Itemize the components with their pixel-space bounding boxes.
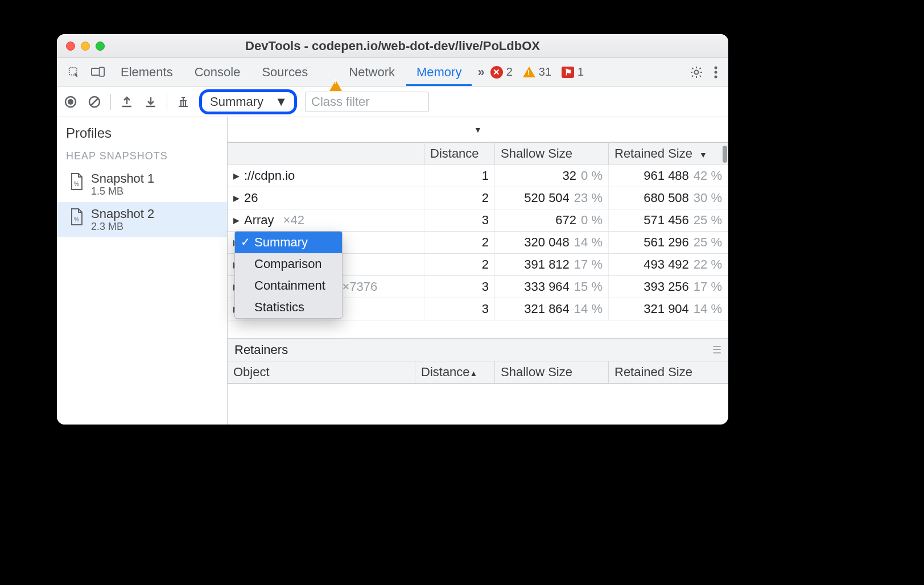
view-mode-dropdown[interactable]: Summary ▼ <box>199 89 297 114</box>
svg-point-6 <box>715 75 717 78</box>
disclosure-triangle-icon[interactable]: ▶ <box>233 171 240 180</box>
view-option-summary[interactable]: Summary <box>235 232 342 253</box>
warning-badge-icon: ! <box>523 67 535 77</box>
retainers-empty-area <box>228 384 728 425</box>
shallow-size-cell: 333 96415 % <box>495 276 609 298</box>
svg-text:%: % <box>74 181 79 187</box>
heap-row[interactable]: ▶Array×4236720 %571 45625 % <box>228 209 728 232</box>
collect-garbage-button[interactable] <box>175 94 191 110</box>
svg-rect-2 <box>100 67 105 76</box>
sort-desc-icon: ▼ <box>699 150 707 159</box>
shallow-size-cell: 520 50423 % <box>495 187 609 209</box>
filter-dropdown-caret-icon: ▼ <box>474 125 482 134</box>
status-counters[interactable]: ✕ 2 ! 31 ⚑ 1 <box>490 65 584 79</box>
tab-network[interactable]: ! Network <box>319 58 405 86</box>
load-profile-button[interactable] <box>119 94 135 110</box>
retainers-menu-icon[interactable]: ☰ <box>712 344 721 356</box>
view-option-comparison[interactable]: Comparison <box>235 253 342 275</box>
view-mode-menu: Summary Comparison Containment Statistic… <box>234 231 343 319</box>
snapshot-item[interactable]: % Snapshot 1 1.5 MB <box>57 167 227 202</box>
svg-point-3 <box>695 70 699 74</box>
constructor-name: ://cdpn.io <box>244 168 295 183</box>
col-distance[interactable]: Distance <box>424 143 495 165</box>
col-retained-size[interactable]: Retained Size <box>609 361 728 384</box>
shallow-size-cell: 321 86414 % <box>495 298 609 320</box>
svg-text:%: % <box>74 216 79 223</box>
view-option-statistics[interactable]: Statistics <box>235 296 342 318</box>
retained-size-cell: 961 48842 % <box>609 165 728 187</box>
snapshot-name: Snapshot 2 <box>91 207 154 221</box>
view-mode-label: Summary <box>210 94 263 109</box>
title-bar: DevTools - codepen.io/web-dot-dev/live/P… <box>57 34 728 58</box>
retainers-header-row: Object Distance▲ Shallow Size Retained S… <box>228 361 728 384</box>
divider <box>110 94 111 110</box>
col-shallow-size[interactable]: Shallow Size <box>495 361 609 384</box>
svg-line-10 <box>91 98 98 105</box>
snapshot-file-icon: % <box>69 208 84 227</box>
snapshot-name: Snapshot 1 <box>91 171 154 186</box>
chevron-down-icon: ▼ <box>275 94 287 109</box>
shallow-size-cell: 320 % <box>495 165 609 187</box>
disclosure-triangle-icon[interactable]: ▶ <box>233 193 240 203</box>
error-count: 2 <box>506 65 513 79</box>
issue-count: 1 <box>578 65 584 79</box>
retained-size-cell: 680 50830 % <box>609 187 728 209</box>
more-tabs-button[interactable]: » <box>477 65 484 80</box>
save-profile-button[interactable] <box>143 94 159 110</box>
distance-cell: 3 <box>424 276 495 298</box>
distance-cell: 1 <box>424 165 495 187</box>
snapshot-item[interactable]: % Snapshot 2 2.3 MB <box>57 202 227 237</box>
vertical-scrollbar[interactable] <box>723 146 727 163</box>
tab-memory[interactable]: Memory <box>406 58 472 86</box>
retainers-panel: Retainers ☰ Object Distance▲ Shallow Siz… <box>228 338 728 425</box>
tab-sources[interactable]: Sources <box>251 58 318 86</box>
col-object[interactable]: Object <box>228 361 415 384</box>
more-options-icon[interactable] <box>713 66 718 79</box>
object-filter-bar[interactable]: ▼ <box>228 117 728 142</box>
col-distance[interactable]: Distance▲ <box>415 361 495 384</box>
warning-triangle-icon: ! <box>329 59 342 88</box>
svg-point-4 <box>715 66 717 69</box>
tab-elements[interactable]: Elements <box>110 58 183 86</box>
retainers-title: Retainers <box>234 343 288 357</box>
profiles-title: Profiles <box>57 117 227 148</box>
disclosure-triangle-icon[interactable]: ▶ <box>233 216 240 225</box>
distance-cell: 2 <box>424 187 495 209</box>
shallow-size-cell: 320 04814 % <box>495 232 609 254</box>
divider <box>167 94 167 110</box>
error-badge-icon: ✕ <box>490 66 503 79</box>
constructor-name: Array <box>244 213 274 228</box>
instance-count: ×42 <box>283 213 304 228</box>
memory-toolbar: Summary ▼ <box>57 86 728 117</box>
snapshot-file-icon: % <box>69 172 84 192</box>
shallow-size-cell: 6720 % <box>495 209 609 232</box>
shallow-size-cell: 391 81217 % <box>495 254 609 276</box>
instance-count: ×7376 <box>343 279 378 294</box>
retained-size-cell: 321 90414 % <box>609 298 728 320</box>
memory-body: Profiles HEAP SNAPSHOTS % Snapshot 1 1.5… <box>57 117 728 425</box>
distance-cell: 2 <box>424 254 495 276</box>
snapshot-size: 2.3 MB <box>91 221 154 233</box>
device-mode-icon[interactable] <box>90 64 106 80</box>
profiles-sidebar: Profiles HEAP SNAPSHOTS % Snapshot 1 1.5… <box>57 117 228 425</box>
col-retained-label: Retained Size <box>614 146 692 160</box>
svg-point-5 <box>715 71 717 73</box>
tab-console[interactable]: Console <box>184 58 251 86</box>
col-shallow-size[interactable]: Shallow Size <box>495 143 609 165</box>
window-title: DevTools - codepen.io/web-dot-dev/live/P… <box>57 39 728 53</box>
view-option-containment[interactable]: Containment <box>235 275 342 296</box>
svg-point-8 <box>68 99 73 105</box>
clear-button[interactable] <box>86 94 102 110</box>
distance-cell: 3 <box>424 298 495 320</box>
col-retained-size[interactable]: Retained Size ▼ <box>609 143 728 165</box>
heap-row[interactable]: ▶://cdpn.io1320 %961 48842 % <box>228 165 728 187</box>
issue-badge-icon: ⚑ <box>562 67 574 78</box>
record-button[interactable] <box>63 94 79 110</box>
inspect-element-icon[interactable] <box>66 64 82 80</box>
class-filter-input[interactable] <box>305 92 429 112</box>
col-constructor[interactable]: Constructor <box>228 143 424 165</box>
heap-row[interactable]: ▶262520 50423 %680 50830 % <box>228 187 728 209</box>
distance-cell: 2 <box>424 232 495 254</box>
retained-size-cell: 393 25617 % <box>609 276 728 298</box>
settings-icon[interactable] <box>690 65 703 79</box>
